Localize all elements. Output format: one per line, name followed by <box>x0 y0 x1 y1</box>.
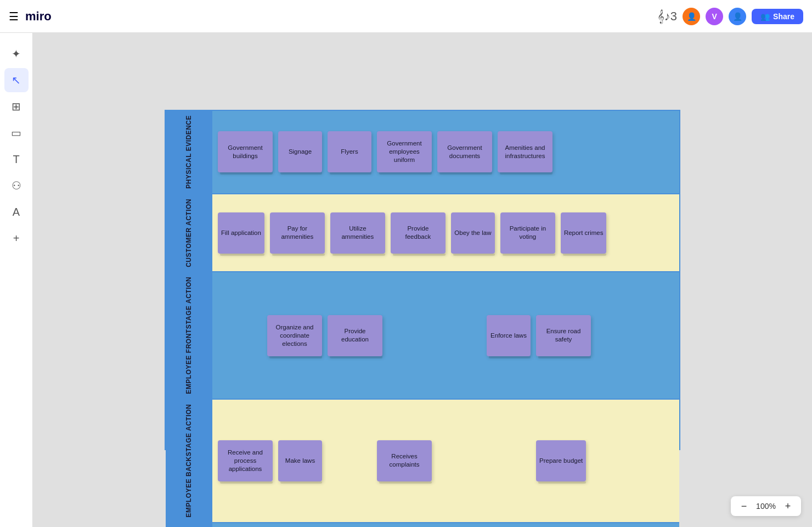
avatar-2[interactable]: V <box>706 8 723 25</box>
row-label-service-process: Service Process <box>166 523 212 527</box>
share-icon: 👥 <box>760 12 770 21</box>
zoom-controls: − 100% + <box>731 496 801 516</box>
sticky-note-employee-frontstage-2[interactable]: Provide education <box>328 315 382 356</box>
sticky-note-employee-frontstage-6[interactable]: Ensure road safety <box>536 315 591 356</box>
sticky-note-customer-action-4[interactable]: Obey the law <box>451 212 495 254</box>
row-customer-action: Customer ActionFill applicationPay for a… <box>166 194 679 273</box>
row-content-employee-frontstage: Organize and coordinate electionsProvide… <box>212 272 679 399</box>
row-physical-evidence: Physical EvidenceGovernment buildingsSig… <box>166 111 679 194</box>
sticky-note-employee-frontstage-1[interactable]: Organize and coordinate elections <box>267 315 322 356</box>
font-tool[interactable]: A <box>4 200 29 224</box>
sticky-note-customer-action-5[interactable]: Participate in voting <box>500 212 555 254</box>
sticky-note-customer-action-3[interactable]: Provide feedback <box>391 212 446 254</box>
cursor-tool[interactable]: ↖ <box>4 68 29 92</box>
row-employee-backstage: Employee Backstage ActionReceive and pro… <box>166 400 679 523</box>
canvas: Physical EvidenceGovernment buildingsSig… <box>33 33 812 527</box>
row-label-employee-backstage: Employee Backstage Action <box>166 400 212 522</box>
row-label-employee-frontstage: Employee Frontstage Action <box>166 272 212 399</box>
sticky-note-employee-backstage-6[interactable]: Prepare budget <box>536 440 586 481</box>
zoom-out-button[interactable]: − <box>737 500 751 513</box>
zoom-level: 100% <box>755 502 777 511</box>
miro-logo: miro <box>25 9 52 24</box>
table-tool[interactable]: ⊞ <box>4 94 29 119</box>
add-tool[interactable]: + <box>4 226 29 250</box>
text-tool[interactable]: T <box>4 147 29 171</box>
avatar-3[interactable]: 👤 <box>729 8 746 25</box>
sidebar: ✦ ↖ ⊞ ▭ T ⚇ A + <box>0 33 33 527</box>
sticky-note-employee-backstage-0[interactable]: Receive and process applications <box>218 440 273 481</box>
row-label-text-customer-action: Customer Action <box>185 199 193 267</box>
row-employee-frontstage: Employee Frontstage ActionOrganize and c… <box>166 272 679 400</box>
sticky-note-physical-evidence-1[interactable]: Signage <box>278 131 322 172</box>
row-label-text-employee-frontstage: Employee Frontstage Action <box>185 277 193 394</box>
ai-button[interactable]: ✦ <box>4 42 29 66</box>
sticky-note-customer-action-6[interactable]: Report crimes <box>561 212 607 254</box>
row-content-service-process: Record managementPublic accountingPublic… <box>212 523 679 527</box>
sticky-note-tool[interactable]: ▭ <box>4 121 29 145</box>
row-content-physical-evidence: Government buildingsSignageFlyersGovernm… <box>212 111 679 193</box>
sticky-note-employee-backstage-3[interactable]: Receives complaints <box>377 440 432 481</box>
sticky-note-employee-backstage-1[interactable]: Make laws <box>278 440 322 481</box>
music-icon: 𝄞♪3 <box>657 9 677 24</box>
row-label-physical-evidence: Physical Evidence <box>166 111 212 193</box>
sticky-note-physical-evidence-0[interactable]: Government buildings <box>218 131 273 172</box>
topbar-left: ☰ miro <box>9 9 52 24</box>
people-tool[interactable]: ⚇ <box>4 173 29 198</box>
sticky-note-customer-action-1[interactable]: Pay for ammenities <box>270 212 325 254</box>
row-content-employee-backstage: Receive and process applicationsMake law… <box>212 400 679 522</box>
service-blueprint-board: Physical EvidenceGovernment buildingsSig… <box>165 110 680 450</box>
topbar: ☰ miro 𝄞♪3 👤 V 👤 👥 Share <box>0 0 812 33</box>
row-content-customer-action: Fill applicationPay for ammenitiesUtiliz… <box>212 194 679 272</box>
row-service-process: Service ProcessRecord managementPublic a… <box>166 523 679 527</box>
share-button[interactable]: 👥 Share <box>752 9 803 24</box>
sticky-note-physical-evidence-3[interactable]: Government employees uniform <box>377 131 432 172</box>
sticky-note-customer-action-0[interactable]: Fill application <box>218 212 264 254</box>
menu-icon[interactable]: ☰ <box>9 10 19 23</box>
row-label-text-physical-evidence: Physical Evidence <box>185 115 193 189</box>
row-label-text-employee-backstage: Employee Backstage Action <box>185 404 193 518</box>
sticky-note-physical-evidence-4[interactable]: Government documents <box>437 131 492 172</box>
zoom-in-button[interactable]: + <box>781 500 794 513</box>
sticky-note-customer-action-2[interactable]: Utilize ammenities <box>330 212 385 254</box>
sticky-note-physical-evidence-2[interactable]: Flyers <box>328 131 371 172</box>
sticky-note-physical-evidence-5[interactable]: Amenities and infrastructures <box>498 131 552 172</box>
avatar-1[interactable]: 👤 <box>683 8 700 25</box>
row-label-customer-action: Customer Action <box>166 194 212 272</box>
topbar-right: 𝄞♪3 👤 V 👤 👥 Share <box>657 8 803 25</box>
sticky-note-employee-frontstage-5[interactable]: Enforce laws <box>487 315 531 356</box>
